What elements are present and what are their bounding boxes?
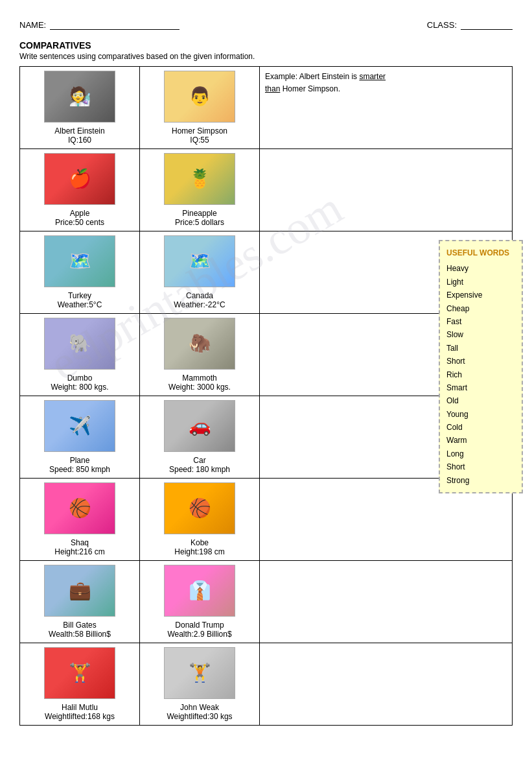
right-cell-3: 🦣 MammothWeight: 3000 kgs. <box>140 314 260 396</box>
answer-cell-7 <box>260 643 513 726</box>
kobe-image: 🏀 <box>164 482 235 534</box>
apple-image: 🍎 <box>44 153 115 205</box>
plane-image: ✈️ <box>44 400 115 452</box>
pineapple-label: PineapplePrice:5 dollars <box>175 209 224 227</box>
useful-word-item: Young <box>446 408 515 421</box>
shaq-label: ShaqHeight:216 cm <box>54 538 104 556</box>
useful-word-item: Heavy <box>446 262 515 275</box>
left-cell-1: 🍎 ApplePrice:50 cents <box>20 149 140 231</box>
left-item-6: 💼 Bill GatesWealth:58 Billion$ <box>25 565 134 639</box>
example-text: Example: Albert Einstein is smarterthan … <box>265 71 507 95</box>
class-field: CLASS: <box>427 19 513 30</box>
left-item-1: 🍎 ApplePrice:50 cents <box>25 153 134 227</box>
left-item-3: 🐘 DumboWeight: 800 kgs. <box>25 318 134 392</box>
table-row: 🏋️ Halil MutluWeightlifted:168 kgs 🏋️ Jo… <box>20 643 513 726</box>
left-item-2: 🗺️ TurkeyWeather:5°C <box>25 235 134 309</box>
gates-image: 💼 <box>44 565 115 617</box>
right-item-1: 🍍 PineapplePrice:5 dollars <box>145 153 254 227</box>
car-image: 🚗 <box>164 400 235 452</box>
useful-word-item: Tall <box>446 342 515 355</box>
useful-words-list: HeavyLightExpensiveCheapFastSlowTallShor… <box>446 262 515 487</box>
useful-word-item: Short <box>446 355 515 368</box>
useful-word-item: Light <box>446 276 515 289</box>
useful-word-item: Rich <box>446 368 515 381</box>
name-input-line <box>50 19 179 30</box>
right-cell-2: 🗺️ CanadaWeather:-22°C <box>140 231 260 314</box>
useful-word-item: Cold <box>446 421 515 434</box>
left-person-0: 🧑‍🔬 Albert EinsteinIQ:160 <box>25 71 134 145</box>
useful-word-item: Old <box>446 394 515 407</box>
homer-image: 👨 <box>164 71 235 123</box>
useful-word-item: Expensive <box>446 289 515 302</box>
useful-word-item: Long <box>446 447 515 460</box>
useful-word-item: Cheap <box>446 302 515 315</box>
answer-cell-6 <box>260 561 513 643</box>
header: NAME: CLASS: <box>19 19 513 30</box>
right-cell-6: 👔 Donald TrumpWealth:2.9 Billion$ <box>140 561 260 643</box>
right-item-6: 👔 Donald TrumpWealth:2.9 Billion$ <box>145 565 254 639</box>
name-field: NAME: <box>19 19 179 30</box>
useful-words-title: USEFUL WORDS <box>446 246 515 259</box>
turkey-image: 🗺️ <box>44 235 115 287</box>
plane-label: PlaneSpeed: 850 kmph <box>49 456 110 474</box>
left-cell-7: 🏋️ Halil MutluWeightlifted:168 kgs <box>20 643 140 726</box>
johnweak-label: John WeakWeightlifted:30 kgs <box>167 703 232 721</box>
dumbo-image: 🐘 <box>44 318 115 370</box>
halil-image: 🏋️ <box>44 647 115 699</box>
right-cell-4: 🚗 CarSpeed: 180 kmph <box>140 396 260 479</box>
left-cell-5: 🏀 ShaqHeight:216 cm <box>20 479 140 561</box>
left-item-7: 🏋️ Halil MutluWeightlifted:168 kgs <box>25 647 134 721</box>
dumbo-label: DumboWeight: 800 kgs. <box>51 373 108 392</box>
canada-label: CanadaWeather:-22°C <box>174 291 225 309</box>
table-row: 🧑‍🔬 Albert EinsteinIQ:160 👨 Homer Simpso… <box>20 67 513 149</box>
halil-label: Halil MutluWeightlifted:168 kgs <box>45 703 115 721</box>
trump-image: 👔 <box>164 565 235 617</box>
right-cell-0: 👨 Homer SimpsonIQ:55 <box>140 67 260 149</box>
answer-cell-1 <box>260 149 513 231</box>
gates-label: Bill GatesWealth:58 Billion$ <box>49 621 111 639</box>
useful-word-item: Slow <box>446 328 515 341</box>
left-cell-0: 🧑‍🔬 Albert EinsteinIQ:160 <box>20 67 140 149</box>
example-underline: smarterthan <box>265 72 386 93</box>
right-cell-1: 🍍 PineapplePrice:5 dollars <box>140 149 260 231</box>
right-item-7: 🏋️ John WeakWeightlifted:30 kgs <box>145 647 254 721</box>
canada-image: 🗺️ <box>164 235 235 287</box>
right-cell-5: 🏀 KobeHeight:198 cm <box>140 479 260 561</box>
left-item-4: ✈️ PlaneSpeed: 850 kmph <box>25 400 134 474</box>
left-item-5: 🏀 ShaqHeight:216 cm <box>25 482 134 556</box>
useful-word-item: Strong <box>446 474 515 487</box>
homer-label: Homer SimpsonIQ:55 <box>172 126 227 145</box>
left-cell-4: ✈️ PlaneSpeed: 850 kmph <box>20 396 140 479</box>
right-cell-7: 🏋️ John WeakWeightlifted:30 kgs <box>140 643 260 726</box>
right-item-5: 🏀 KobeHeight:198 cm <box>145 482 254 556</box>
pineapple-image: 🍍 <box>164 153 235 205</box>
page-title: COMPARATIVES <box>19 40 513 51</box>
page-subtitle: Write sentences using comparatives based… <box>19 52 513 61</box>
mammoth-label: MammothWeight: 3000 kgs. <box>168 373 231 392</box>
class-input-line <box>461 19 513 30</box>
class-label: CLASS: <box>427 20 457 30</box>
useful-word-item: Smart <box>446 381 515 394</box>
kobe-label: KobeHeight:198 cm <box>174 538 224 556</box>
example-answer-cell: Example: Albert Einstein is smarterthan … <box>260 67 513 149</box>
left-cell-2: 🗺️ TurkeyWeather:5°C <box>20 231 140 314</box>
useful-word-item: Short <box>446 460 515 473</box>
useful-words-box: USEFUL WORDS HeavyLightExpensiveCheapFas… <box>439 240 523 493</box>
table-row: 🍎 ApplePrice:50 cents 🍍 PineapplePrice:5… <box>20 149 513 231</box>
table-row: 💼 Bill GatesWealth:58 Billion$ 👔 Donald … <box>20 561 513 643</box>
useful-word-item: Warm <box>446 434 515 447</box>
right-item-3: 🦣 MammothWeight: 3000 kgs. <box>145 318 254 392</box>
turkey-label: TurkeyWeather:5°C <box>58 291 102 309</box>
einstein-image: 🧑‍🔬 <box>44 71 115 123</box>
einstein-label: Albert EinsteinIQ:160 <box>54 126 104 145</box>
mammoth-image: 🦣 <box>164 318 235 370</box>
apple-label: ApplePrice:50 cents <box>55 209 104 227</box>
right-person-0: 👨 Homer SimpsonIQ:55 <box>145 71 254 145</box>
name-label: NAME: <box>19 20 46 30</box>
left-cell-6: 💼 Bill GatesWealth:58 Billion$ <box>20 561 140 643</box>
right-item-4: 🚗 CarSpeed: 180 kmph <box>145 400 254 474</box>
right-item-2: 🗺️ CanadaWeather:-22°C <box>145 235 254 309</box>
shaq-image: 🏀 <box>44 482 115 534</box>
left-cell-3: 🐘 DumboWeight: 800 kgs. <box>20 314 140 396</box>
useful-word-item: Fast <box>446 315 515 328</box>
